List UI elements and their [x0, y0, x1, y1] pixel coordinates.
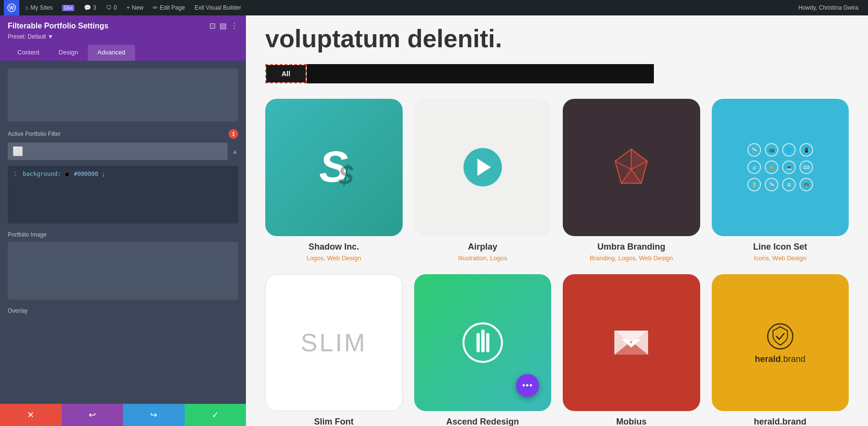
active-filter-section-label: Active Portfolio Filter 1 — [8, 129, 238, 139]
line-icon-4: 📱 — [800, 143, 813, 157]
admin-bar: W ⌂ My Sites Divi 💬 3 🗨 0 + New ✏ Edit P… — [0, 0, 868, 15]
line-icon-3: 🌐 — [782, 143, 796, 157]
panel-preset[interactable]: Preset: Default ▼ — [8, 33, 238, 40]
admin-bar-divi[interactable]: Divi — [58, 0, 78, 15]
portfolio-grid: S $ Shadow Inc. Logos, Web Design Airpla… — [265, 99, 849, 426]
columns-icon[interactable]: ▤ — [219, 21, 227, 30]
cancel-button[interactable]: ✕ — [0, 404, 62, 426]
filter-tab-5[interactable] — [451, 64, 509, 83]
portfolio-name-ascend: Ascend Redesign — [414, 417, 552, 426]
portfolio-thumb-mobius — [563, 274, 700, 412]
speech-bubble-icon: 🗨 — [106, 4, 112, 11]
admin-bar-user: Howdy, Christina Gwira — [793, 4, 864, 11]
line-icon-11: 🖥 — [782, 178, 796, 191]
content-area: voluptatum deleniti. All — [246, 15, 868, 426]
portfolio-item-umbra[interactable]: Umbra Branding Branding, Logos, Web Desi… — [563, 99, 700, 263]
plus-icon: + — [126, 4, 130, 11]
admin-bar-comments-count[interactable]: 💬 3 — [80, 0, 100, 15]
admin-bar-my-sites[interactable]: ⌂ My Sites — [21, 0, 56, 15]
tab-design[interactable]: Design — [49, 45, 88, 61]
portfolio-thumb-slim: SLIM — [265, 274, 403, 412]
svg-rect-11 — [476, 333, 480, 352]
expand-icon[interactable]: ⊡ — [209, 21, 216, 30]
cursor-icon: ▲ — [231, 147, 238, 155]
portfolio-cats-line: Icons, Web Design — [712, 254, 849, 263]
page-heading: voluptatum deleniti. — [265, 25, 849, 53]
filter-tab-7[interactable] — [586, 64, 654, 83]
divi-icon: Divi — [62, 5, 74, 11]
overlay-label: Overlay — [8, 307, 238, 314]
line-icon-7: 💻 — [782, 160, 796, 174]
portfolio-item-ascend[interactable]: Ascend Redesign Branding, Web Design — [414, 274, 552, 426]
panel-title-icons: ⊡ ▤ ⋮ — [209, 21, 238, 30]
line-icon-1: 📡 — [747, 143, 761, 157]
portfolio-name-airplay: Airplay — [414, 242, 552, 252]
preview-box — [8, 68, 238, 121]
confirm-button[interactable]: ✓ — [185, 404, 246, 426]
line-icon-10: 📡 — [765, 178, 778, 191]
code-line-number: 1 — [14, 171, 17, 177]
tab-advanced[interactable]: Advanced — [88, 45, 135, 61]
portfolio-item-slim[interactable]: SLIM Slim Font Illustration, Web Design — [265, 274, 403, 426]
wp-logo-icon[interactable]: W — [4, 0, 19, 15]
redo-button[interactable]: ↪ — [123, 404, 185, 426]
code-editor[interactable]: 1 background: #000000 ; — [8, 166, 238, 224]
line-icon-5: 🖨 — [747, 160, 761, 174]
portfolio-thumb-herald: herald.brand — [712, 274, 849, 412]
svg-rect-13 — [486, 333, 489, 352]
admin-bar-comments2[interactable]: 🗨 0 — [102, 0, 121, 15]
color-picker-box[interactable]: ⬜ — [8, 143, 228, 160]
admin-bar-edit-page[interactable]: ✏ Edit Page — [149, 0, 189, 15]
portfolio-item-mobius[interactable]: Mobius Branding, Logos — [563, 274, 700, 426]
undo-button[interactable]: ↩ — [62, 404, 123, 426]
portfolio-thumb-shadow: S $ — [265, 99, 403, 236]
portfolio-image-box[interactable] — [8, 242, 238, 300]
floating-more-button[interactable]: ••• — [516, 374, 539, 397]
filter-badge: 1 — [229, 129, 238, 139]
portfolio-thumb-umbra — [563, 99, 700, 236]
portfolio-item-airplay[interactable]: Airplay Illustration, Logos — [414, 99, 552, 263]
settings-panel: Filterable Portfolio Settings ⊡ ▤ ⋮ Pres… — [0, 15, 246, 426]
play-triangle-icon — [477, 159, 491, 176]
svg-text:W: W — [9, 5, 14, 11]
play-circle — [463, 148, 502, 186]
portfolio-name-shadow: Shadow Inc. — [265, 242, 403, 252]
tab-content[interactable]: Content — [8, 45, 49, 61]
code-property: background: — [23, 171, 61, 177]
comment-icon: 💬 — [84, 4, 91, 11]
slim-text: SLIM — [301, 328, 367, 357]
admin-bar-new[interactable]: + New — [122, 0, 147, 15]
portfolio-name-slim: Slim Font — [265, 417, 403, 426]
more-icon[interactable]: ⋮ — [231, 21, 238, 30]
filter-tab-all[interactable]: All — [266, 65, 306, 82]
portfolio-thumb-line: 📡 📺 🌐 📱 🖨 🔒 💻 ⌨ 🔋 📡 � — [712, 99, 849, 236]
line-icon-12: 🎮 — [800, 178, 813, 191]
home-icon: ⌂ — [25, 4, 28, 11]
portfolio-item-shadow-inc[interactable]: S $ Shadow Inc. Logos, Web Design — [265, 99, 403, 263]
panel-content: Active Portfolio Filter 1 ⬜ ▲ 1 backgrou… — [0, 61, 246, 404]
color-picker-row: ⬜ ▲ — [8, 143, 238, 160]
portfolio-cats-airplay: Illustration, Logos — [414, 254, 552, 263]
code-value: #000000 — [74, 171, 98, 177]
monitor-icon: ⬜ — [13, 146, 23, 157]
code-color-dot — [65, 171, 70, 177]
svg-rect-12 — [481, 330, 485, 352]
filter-tab-2[interactable] — [307, 64, 355, 83]
filter-tab-6[interactable] — [509, 64, 586, 83]
panel-tabs: Content Design Advanced — [8, 45, 238, 61]
filter-tab-4[interactable] — [403, 64, 451, 83]
line-icon-9: 🔋 — [747, 178, 761, 191]
line-icon-8: ⌨ — [800, 160, 813, 174]
portfolio-name-line: Line Icon Set — [712, 242, 849, 252]
filter-tabs-container: All — [265, 64, 849, 83]
line-icon-2: 📺 — [765, 143, 778, 157]
panel-header: Filterable Portfolio Settings ⊡ ▤ ⋮ Pres… — [0, 15, 246, 61]
svg-text:$: $ — [338, 160, 354, 190]
portfolio-item-herald[interactable]: herald.brand herald.brand Branding, Web … — [712, 274, 849, 426]
portfolio-thumb-airplay — [414, 99, 552, 236]
portfolio-name-umbra: Umbra Branding — [563, 242, 700, 252]
portfolio-item-line-icons[interactable]: 📡 📺 🌐 📱 🖨 🔒 💻 ⌨ 🔋 📡 � — [712, 99, 849, 263]
filter-tab-3[interactable] — [355, 64, 403, 83]
admin-bar-exit-builder[interactable]: Exit Visual Builder — [190, 0, 245, 15]
action-bar: ✕ ↩ ↪ ✓ — [0, 404, 246, 426]
